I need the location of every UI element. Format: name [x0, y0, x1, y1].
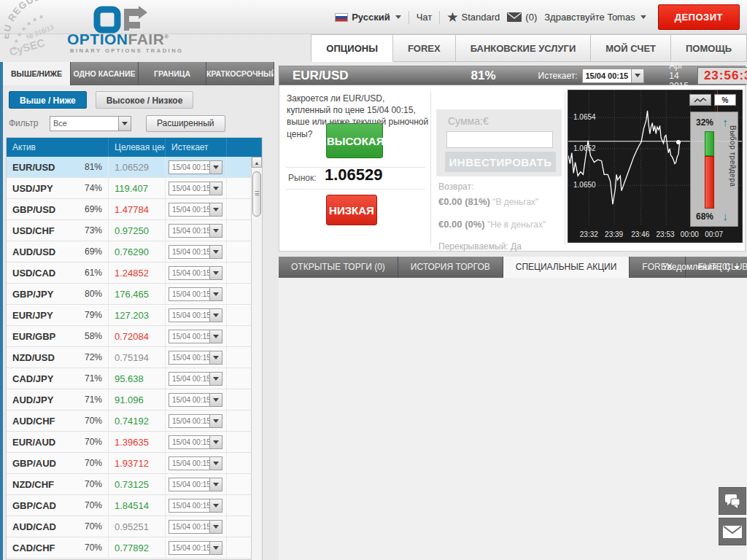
nav-tab-банковские-услуги[interactable]: БАНКОВСКИЕ УСЛУГИ — [456, 34, 592, 62]
target-price: 0.97250 — [109, 220, 166, 241]
nav-tab-опционы[interactable]: ОПЦИОНЫ — [311, 34, 393, 62]
asset-cell: EUR/AUD70% — [7, 432, 109, 452]
expiry-select[interactable]: 15/04 00:15 — [169, 330, 222, 343]
asset-payout: 58% — [85, 326, 102, 346]
spacer-cell — [227, 368, 252, 389]
invest-button[interactable]: ИНВЕСТИРОВАТЬ — [445, 152, 556, 172]
table-row[interactable]: USD/CAD61%1.2485215/04 00:15 — [7, 262, 252, 284]
asset-table-header: АктивЦелевая ценаИстекает — [7, 138, 262, 157]
expiry-select[interactable]: 15/04 00:15 — [169, 456, 222, 470]
notifications-dropdown[interactable]: Уведомления (0) — [662, 257, 740, 278]
scrollbar-thumb[interactable]: ☰ — [252, 171, 261, 217]
table-row[interactable]: USD/CHF73%0.9725015/04 00:15 — [7, 220, 252, 241]
option-subtab[interactable]: Высокое / Низкое — [96, 91, 194, 109]
expiry-select[interactable]: 15/04 00:15 — [169, 182, 222, 195]
target-price: 127.203 — [109, 305, 166, 325]
expiry-select[interactable]: 15/04 00:15 — [169, 287, 222, 301]
spacer-cell — [227, 537, 252, 558]
table-row[interactable]: CAD/JPY71%95.63815/04 00:15 — [7, 368, 252, 389]
floating-chat-button[interactable] — [719, 487, 746, 515]
expiry-select[interactable]: 15/04 00:15 — [169, 435, 222, 449]
scrollbar-up-arrow[interactable]: ▲ — [252, 157, 262, 168]
language-selector[interactable]: Русский — [335, 12, 401, 23]
option-subtab[interactable]: Выше / Ниже — [9, 91, 87, 109]
messages-button[interactable]: (0) — [507, 12, 537, 23]
table-row[interactable]: EUR/USD81%1.0652915/04 00:15 — [7, 157, 252, 178]
expiry-select[interactable]: 15/04 00:15 — [169, 351, 222, 365]
option-type-tab[interactable]: ВЫШЕ/НИЖЕ — [3, 62, 71, 85]
table-row[interactable]: USD/JPY74%119.40715/04 00:15 — [7, 178, 252, 199]
floating-mail-button[interactable] — [719, 518, 746, 545]
table-row[interactable]: AUD/USD69%0.7629015/04 00:15 — [7, 241, 252, 262]
table-row[interactable]: EUR/AUD70%1.3963515/04 00:15 — [7, 432, 252, 453]
option-type-tab[interactable]: ОДНО КАСАНИЕ — [71, 62, 139, 85]
out-money-value: €0.00 (0%) — [438, 219, 485, 230]
expiry-select[interactable]: 15/04 00:15 — [169, 224, 222, 238]
asset-payout: 74% — [85, 178, 102, 198]
amount-input[interactable] — [446, 131, 553, 148]
table-row[interactable]: AUD/CAD70%0.9525115/04 00:15 — [7, 516, 252, 537]
expiry-select[interactable]: 15/04 00:15 — [169, 478, 222, 491]
asset-name: AUD/USD — [12, 241, 55, 262]
option-type-tab[interactable]: КРАТКОСРОЧНЫЙ — [206, 62, 274, 85]
bottom-tab[interactable]: СПЕЦИАЛЬНЫЕ АКЦИИ — [503, 257, 630, 278]
asset-name: USD/CAD — [12, 262, 55, 283]
chart-percent-button[interactable]: % — [714, 94, 736, 106]
table-row[interactable]: AUD/CHF70%0.7419215/04 00:15 — [7, 411, 252, 432]
trader-choice-bar-down — [705, 156, 714, 209]
advanced-filter-button[interactable]: Расширенный — [146, 115, 225, 132]
deposit-button[interactable]: ДЕПОЗИТ — [658, 4, 740, 30]
table-row[interactable]: GBP/AUD70%1.9371215/04 00:15 — [7, 453, 252, 474]
expiry-select[interactable]: 15/04 00:15 — [582, 69, 645, 83]
expiry-select[interactable]: 15/04 00:15 — [169, 266, 222, 280]
bottom-tab[interactable]: ОТКРЫТЫЕ ТОРГИ (0) — [279, 257, 398, 278]
expiry-select[interactable]: 15/04 00:15 — [169, 245, 222, 259]
nav-tab-мой-счет[interactable]: МОЙ СЧЕТ — [591, 34, 671, 62]
asset-name: GBP/AUD — [12, 453, 56, 473]
chat-link[interactable]: Чат — [417, 12, 433, 23]
user-menu[interactable]: Здравствуйте Tomas — [544, 12, 646, 23]
arrow-down-icon: ↓ — [723, 210, 729, 222]
bottom-tab[interactable]: ИСТОРИЯ ТОРГОВ — [398, 257, 503, 278]
brand-name: OPTIONFAIR® — [67, 31, 169, 48]
table-row[interactable]: NZD/CHF70%0.7312515/04 00:15 — [7, 474, 252, 495]
table-row[interactable]: GBP/USD69%1.4778415/04 00:15 — [7, 199, 252, 220]
expiry-select[interactable]: 15/04 00:15 — [169, 520, 222, 534]
expiry-select[interactable]: 15/04 00:15 — [169, 160, 222, 174]
expiry-cell: 15/04 00:15 — [166, 305, 227, 325]
spacer-cell — [227, 326, 252, 346]
asset-name: GBP/USD — [12, 199, 55, 219]
expiry-select[interactable]: 15/04 00:15 — [169, 499, 222, 513]
table-row[interactable]: CAD/CHF70%0.7789215/04 00:15 — [7, 537, 252, 559]
spacer-cell — [227, 432, 252, 452]
expiry-select[interactable]: 15/04 00:15 — [169, 308, 222, 322]
asset-name: USD/CHF — [12, 220, 55, 241]
asset-cell: NZD/USD72% — [7, 347, 109, 368]
asset-payout: 72% — [85, 347, 102, 368]
nav-tab-помощь[interactable]: ПОМОЩЬ — [671, 34, 747, 62]
table-row[interactable]: GBP/CAD70%1.8451415/04 00:15 — [7, 495, 252, 516]
table-row[interactable]: GBP/JPY80%176.46515/04 00:15 — [7, 284, 252, 305]
expiry-select[interactable]: 15/04 00:15 — [169, 414, 222, 428]
spacer-cell — [227, 495, 252, 516]
table-row[interactable]: NZD/USD72%0.7519415/04 00:15 — [7, 347, 252, 368]
table-row[interactable]: EUR/JPY79%127.20315/04 00:15 — [7, 305, 252, 326]
option-type-tab[interactable]: ГРАНИЦА — [139, 62, 206, 85]
high-button[interactable]: ВЫСОКАЯ — [326, 123, 383, 158]
expiry-value: 15/04 00:15 — [169, 436, 209, 448]
table-scrollbar[interactable]: ▲ ☰ — [251, 157, 262, 560]
asset-cell: GBP/USD69% — [7, 199, 109, 219]
expiry-select[interactable]: 15/04 00:15 — [169, 203, 222, 217]
nav-tab-forex[interactable]: FOREX — [393, 34, 456, 62]
asset-cell: EUR/JPY79% — [7, 305, 109, 325]
expiry-select[interactable]: 15/04 00:15 — [169, 393, 222, 407]
table-row[interactable]: AUD/JPY71%91.09615/04 00:15 — [7, 389, 252, 411]
x-axis-label: 23:46 — [628, 230, 653, 238]
low-button[interactable]: НИЗКАЯ — [326, 195, 377, 225]
filter-select[interactable]: Все — [50, 116, 131, 131]
chart-type-line-button[interactable] — [689, 94, 711, 106]
table-row[interactable]: EUR/GBP58%0.7208415/04 00:15 — [7, 326, 252, 347]
expiry-select[interactable]: 15/04 00:15 — [169, 372, 222, 386]
trader-choice-bar — [705, 131, 714, 209]
expiry-select[interactable]: 15/04 00:15 — [169, 541, 222, 555]
